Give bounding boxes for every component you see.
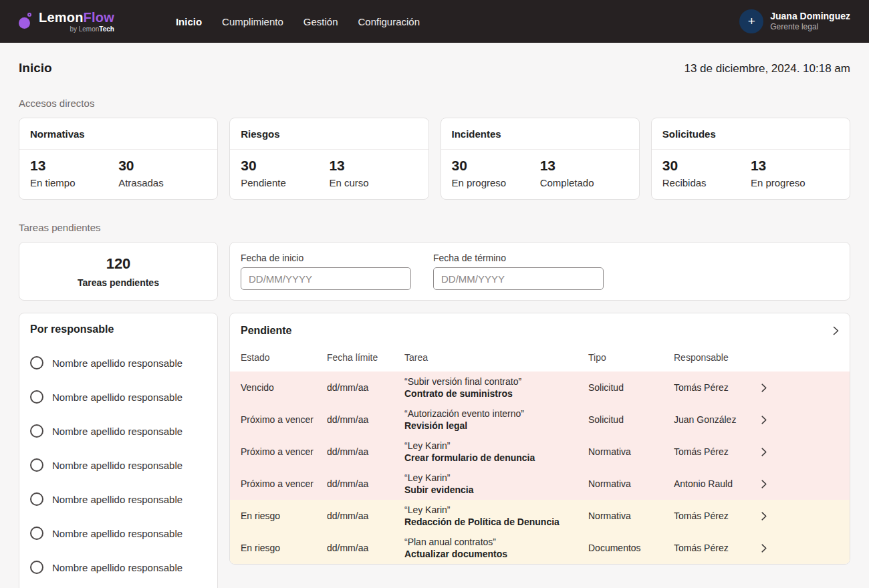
chevron-right-icon[interactable]: [761, 512, 839, 521]
nav-item-inicio[interactable]: Inicio: [176, 16, 202, 27]
pending-tasks-card: Pendiente Estado Fecha límite Tarea Tipo…: [229, 313, 850, 565]
responsible-option-label: Nombre apellido responsable: [52, 392, 182, 403]
task-estado: En riesgo: [241, 543, 327, 553]
stat-label: Recibidas: [662, 177, 751, 188]
radio-icon[interactable]: [30, 492, 43, 506]
task-estado: Próximo a vencer: [241, 414, 327, 425]
task-ref: “Ley Karin”: [404, 472, 583, 484]
task-responsable: Antonio Rauld: [674, 478, 761, 489]
stat-label: Completado: [540, 177, 628, 188]
brand-name: LemonFlow: [39, 11, 114, 24]
task-name: Contrato de suministros: [404, 388, 583, 400]
responsible-option-label: Nombre apellido responsable: [52, 460, 182, 471]
date-filter-card: Fecha de inicio Fecha de término: [229, 242, 850, 301]
responsible-option-label: Nombre apellido responsable: [52, 528, 182, 539]
task-row[interactable]: Próximo a vencer dd/mm/aa “Autorización …: [230, 404, 850, 436]
stat-value: 13: [540, 158, 628, 174]
brand-byline: by LemonTech: [70, 26, 114, 33]
task-ref: “Ley Karin”: [404, 440, 583, 452]
stat-label: Atrasadas: [118, 177, 207, 188]
chevron-right-icon[interactable]: [833, 326, 839, 335]
task-tipo: Normativa: [588, 446, 674, 457]
end-date-input[interactable]: [433, 267, 604, 290]
pending-card-title: Pendiente: [241, 325, 291, 337]
task-tipo: Normativa: [588, 510, 674, 521]
responsible-option-label: Nombre apellido responsable: [52, 562, 182, 573]
responsible-radio-option[interactable]: Nombre apellido responsable: [30, 424, 207, 438]
task-name: Crear formulario de denuncia: [404, 452, 583, 464]
responsible-radio-option[interactable]: Nombre apellido responsable: [30, 527, 207, 540]
responsible-radio-option[interactable]: Nombre apellido responsable: [30, 356, 207, 370]
chevron-right-icon[interactable]: [761, 480, 839, 488]
task-estado: Próximo a vencer: [241, 478, 327, 489]
stat-value: 30: [241, 158, 329, 174]
responsible-radio-option[interactable]: Nombre apellido responsable: [30, 492, 207, 506]
task-tipo: Solicitud: [588, 382, 674, 393]
responsible-radio-option[interactable]: Nombre apellido responsable: [30, 458, 207, 472]
responsible-radio-option[interactable]: Nombre apellido responsable: [30, 561, 207, 574]
chevron-right-icon[interactable]: [761, 416, 839, 424]
lemon-icon: [19, 13, 33, 30]
task-estado: Vencido: [241, 382, 327, 393]
column-responsable: Responsable: [674, 352, 761, 363]
stat-label: En curso: [329, 177, 417, 188]
section-label-tareas: Tareas pendientes: [19, 222, 850, 233]
radio-icon[interactable]: [30, 527, 43, 540]
task-ref: “Subir versión final contrato”: [404, 376, 583, 388]
stat-label: En progreso: [452, 177, 540, 188]
start-date-input[interactable]: [241, 267, 411, 290]
top-navbar: LemonFlow by LemonTech Inicio Cumplimien…: [0, 0, 869, 43]
radio-icon[interactable]: [30, 390, 43, 404]
task-name: Subir evidencia: [404, 484, 583, 496]
plus-icon: +: [748, 14, 755, 29]
responsible-list: Nombre apellido responsable Nombre apell…: [30, 356, 207, 574]
shortcut-card[interactable]: Riesgos 30 Pendiente 13 En curso: [229, 118, 428, 200]
chevron-right-icon[interactable]: [761, 384, 839, 392]
radio-icon[interactable]: [30, 458, 43, 472]
main-nav: Inicio Cumplimiento Gestión Configuració…: [176, 16, 420, 27]
task-rows: Vencido dd/mm/aa “Subir versión final co…: [230, 372, 850, 564]
task-responsable: Tomás Pérez: [674, 446, 761, 457]
task-name: Actualizar documentos: [404, 548, 583, 560]
page-title: Inicio: [19, 61, 52, 76]
shortcut-card-title: Riesgos: [230, 118, 428, 150]
chevron-right-icon[interactable]: [761, 448, 839, 456]
main-content: Inicio 13 de diciembre, 2024. 10:18 am A…: [0, 61, 869, 588]
user-menu[interactable]: + Juana Dominguez Gerente legal: [739, 9, 850, 33]
shortcut-card[interactable]: Normativas 13 En tiempo 30 Atrasadas: [19, 118, 218, 200]
task-name: Revisión legal: [404, 420, 583, 432]
column-tarea: Tarea: [404, 352, 588, 363]
radio-icon[interactable]: [30, 561, 43, 574]
responsible-option-label: Nombre apellido responsable: [52, 357, 182, 369]
task-row[interactable]: Próximo a vencer dd/mm/aa “Ley Karin” Cr…: [230, 436, 850, 468]
user-avatar[interactable]: +: [739, 9, 763, 33]
by-responsible-title: Por responsable: [30, 323, 207, 335]
stat-label: En tiempo: [30, 177, 118, 188]
column-fecha: Fecha límite: [327, 352, 404, 363]
chevron-right-icon[interactable]: [761, 544, 839, 553]
task-tipo: Documentos: [588, 543, 674, 553]
nav-item-configuracion[interactable]: Configuración: [358, 16, 420, 27]
shortcut-card-title: Solicitudes: [652, 118, 850, 150]
stat-value: 13: [751, 158, 839, 174]
shortcut-card[interactable]: Incidentes 30 En progreso 13 Completado: [441, 118, 640, 200]
radio-icon[interactable]: [30, 356, 43, 370]
nav-item-cumplimiento[interactable]: Cumplimiento: [222, 16, 283, 27]
task-row[interactable]: Vencido dd/mm/aa “Subir versión final co…: [230, 372, 850, 404]
shortcut-card-title: Normativas: [19, 118, 217, 150]
task-estado: Próximo a vencer: [241, 446, 327, 457]
task-fecha-limite: dd/mm/aa: [327, 414, 404, 425]
shortcut-card[interactable]: Solicitudes 30 Recibidas 13 En progreso: [651, 118, 850, 200]
task-fecha-limite: dd/mm/aa: [327, 446, 404, 457]
stat-label: Pendiente: [241, 177, 329, 188]
task-row[interactable]: En riesgo dd/mm/aa “Plan anual contratos…: [230, 532, 850, 564]
task-row[interactable]: Próximo a vencer dd/mm/aa “Ley Karin” Su…: [230, 468, 850, 500]
nav-item-gestion[interactable]: Gestión: [303, 16, 338, 27]
stat-value: 30: [452, 158, 540, 174]
user-role: Gerente legal: [770, 22, 850, 31]
task-fecha-limite: dd/mm/aa: [327, 510, 404, 521]
radio-icon[interactable]: [30, 424, 43, 438]
app-logo[interactable]: LemonFlow by LemonTech: [19, 11, 114, 33]
responsible-radio-option[interactable]: Nombre apellido responsable: [30, 390, 207, 404]
task-row[interactable]: En riesgo dd/mm/aa “Ley Karin” Redacción…: [230, 500, 850, 532]
